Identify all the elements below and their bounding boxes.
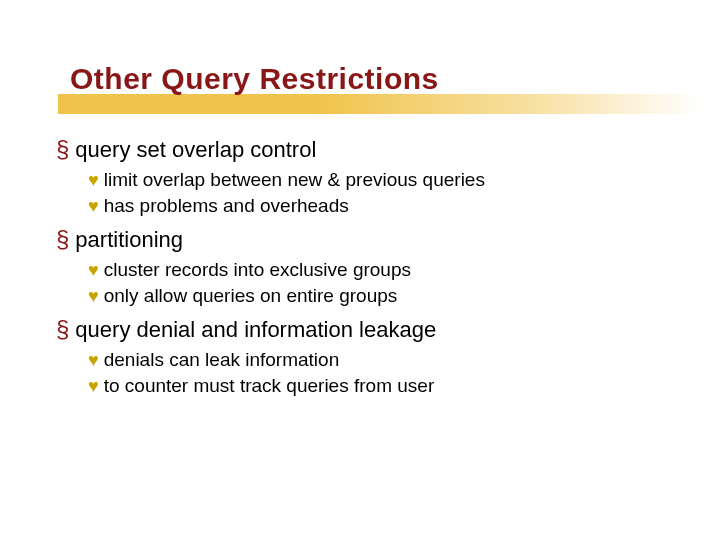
section-bullet-icon: § — [56, 225, 69, 254]
sub-point-text: denials can leak information — [104, 347, 340, 373]
heart-bullet-icon: ♥ — [88, 284, 99, 308]
sub-point-text: has problems and overheads — [104, 193, 349, 219]
sub-point: ♥ limit overlap between new & previous q… — [88, 167, 680, 193]
heart-bullet-icon: ♥ — [88, 258, 99, 282]
title-underline — [58, 94, 700, 114]
heart-bullet-icon: ♥ — [88, 374, 99, 398]
section-bullet-icon: § — [56, 315, 69, 344]
title-block: Other Query Restrictions — [0, 62, 720, 96]
heart-bullet-icon: ♥ — [88, 348, 99, 372]
topic-label: partitioning — [75, 225, 183, 255]
slide-title: Other Query Restrictions — [70, 62, 720, 96]
sub-point-text: limit overlap between new & previous que… — [104, 167, 485, 193]
content-area: § query set overlap control ♥ limit over… — [56, 135, 680, 405]
sub-point: ♥ only allow queries on entire groups — [88, 283, 680, 309]
topic-label: query denial and information leakage — [75, 315, 436, 345]
topic-label: query set overlap control — [75, 135, 316, 165]
topic-heading: § partitioning — [56, 225, 680, 255]
sub-point-text: cluster records into exclusive groups — [104, 257, 411, 283]
sub-point: ♥ has problems and overheads — [88, 193, 680, 219]
sub-point: ♥ to counter must track queries from use… — [88, 373, 680, 399]
topic-group: § query set overlap control ♥ limit over… — [56, 135, 680, 219]
topic-heading: § query denial and information leakage — [56, 315, 680, 345]
sub-point-text: to counter must track queries from user — [104, 373, 435, 399]
heart-bullet-icon: ♥ — [88, 168, 99, 192]
sub-point-text: only allow queries on entire groups — [104, 283, 398, 309]
slide: Other Query Restrictions § query set ove… — [0, 0, 720, 540]
heart-bullet-icon: ♥ — [88, 194, 99, 218]
section-bullet-icon: § — [56, 135, 69, 164]
topic-group: § query denial and information leakage ♥… — [56, 315, 680, 399]
sub-point: ♥ denials can leak information — [88, 347, 680, 373]
sub-point: ♥ cluster records into exclusive groups — [88, 257, 680, 283]
topic-heading: § query set overlap control — [56, 135, 680, 165]
topic-group: § partitioning ♥ cluster records into ex… — [56, 225, 680, 309]
